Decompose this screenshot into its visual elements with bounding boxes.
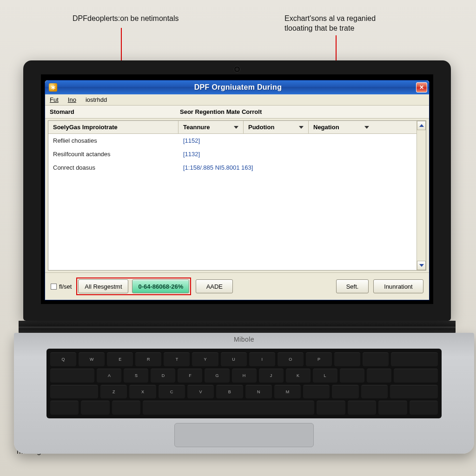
chevron-down-icon	[299, 126, 304, 129]
menubar: Fut Ino iostrhdd	[45, 94, 429, 106]
laptop-hinge	[19, 321, 456, 334]
triangle-down-icon	[419, 264, 424, 267]
table-row[interactable]: Refliel chosaties [1152]	[48, 134, 426, 147]
column-header-2[interactable]: Teannure	[178, 121, 244, 133]
scroll-down-button[interactable]	[417, 261, 426, 270]
annotation-top-left: DPFdeoplerts:on be netimontals	[73, 14, 179, 24]
screen: ✶ DPF Orgniuatem During ✕ Fut Ino iostrh…	[41, 74, 433, 304]
aade-button[interactable]: AADE	[196, 279, 233, 293]
column-label: Teannure	[183, 124, 210, 131]
menu-fut[interactable]: Fut	[45, 94, 63, 105]
filset-checkbox[interactable]: fl/set	[51, 283, 72, 290]
checkbox-icon	[51, 284, 57, 290]
vertical-scrollbar[interactable]	[416, 121, 426, 270]
heading-left: Stomard	[45, 106, 175, 118]
column-header-1[interactable]: SoelyGas Improiotrate	[48, 121, 178, 133]
all-regestnt-button[interactable]: All Resgestmt	[78, 279, 128, 293]
titlebar[interactable]: ✶ DPF Orgniuatem During ✕	[45, 80, 429, 94]
data-rows: Refliel chosaties [1152] Resilfcounlt ac…	[48, 134, 426, 270]
table-row[interactable]: Resilfcounlt actandes [1132]	[48, 147, 426, 161]
menu-insthd[interactable]: iostrhdd	[81, 94, 112, 105]
webcam	[234, 66, 240, 73]
column-label: SoelyGas Improiotrate	[53, 124, 118, 131]
checkbox-label: fl/set	[59, 283, 72, 290]
row-label: Refliel chosaties	[48, 134, 178, 147]
row-value: [1:158/.885 NI5.8001 163]	[178, 161, 426, 174]
green-value-button[interactable]: 0-64-86068-26%	[132, 279, 189, 293]
column-label: Pudotion	[248, 124, 274, 131]
window-title: DPF Orgniuatem During	[60, 83, 416, 92]
laptop-brand: Mibole	[234, 336, 254, 343]
annotation-top-right: Exchart'sons al va reganied tlooating th…	[284, 14, 376, 33]
chevron-down-icon	[234, 126, 238, 129]
column-header-4[interactable]: Negation	[309, 121, 374, 133]
screen-bezel: ✶ DPF Orgniuatem During ✕ Fut Ino iostrh…	[23, 60, 451, 321]
annotation-text: tlooating that be trate	[284, 24, 354, 32]
row-value: [1132]	[178, 147, 426, 161]
laptop-deck: Mibole QWERTYUIOP ASDFGHJKL ZXCVBNM	[14, 333, 474, 454]
laptop-frame: ✶ DPF Orgniuatem During ✕ Fut Ino iostrh…	[14, 60, 460, 460]
scroll-up-button[interactable]	[417, 121, 426, 130]
column-headers: SoelyGas Improiotrate Teannure Pudotion …	[48, 121, 426, 134]
keyboard: QWERTYUIOP ASDFGHJKL ZXCVBNM	[46, 349, 442, 418]
heading-row: Stomard Seor Regention Mate Corrolt	[45, 106, 429, 119]
row-label: Resilfcounlt actandes	[48, 147, 178, 161]
content-area: SoelyGas Improiotrate Teannure Pudotion …	[48, 120, 426, 271]
bottom-bar: fl/set All Resgestmt 0-64-86068-26% AADE…	[45, 272, 429, 300]
inuration-button[interactable]: Inunrationt	[373, 279, 423, 293]
menu-ino[interactable]: Ino	[63, 94, 81, 105]
close-button[interactable]: ✕	[416, 82, 427, 93]
seft-button[interactable]: Seft.	[336, 279, 369, 293]
highlighted-button-group: All Resgestmt 0-64-86068-26%	[76, 278, 191, 295]
annotation-text: Exchart'sons al va reganied	[284, 14, 376, 22]
column-label: Negation	[313, 124, 339, 131]
table-row[interactable]: Conrect doasus [1:158/.885 NI5.8001 163]	[48, 161, 426, 174]
trackpad	[174, 423, 314, 447]
app-window: ✶ DPF Orgniuatem During ✕ Fut Ino iostrh…	[45, 80, 430, 300]
scroll-track[interactable]	[417, 130, 426, 261]
chevron-down-icon	[364, 126, 369, 129]
triangle-up-icon	[419, 124, 424, 127]
heading-right: Seor Regention Mate Corrolt	[175, 106, 429, 118]
app-icon: ✶	[49, 83, 57, 92]
column-header-3[interactable]: Pudotion	[244, 121, 309, 133]
row-label: Conrect doasus	[48, 161, 178, 174]
row-value: [1152]	[178, 134, 426, 147]
